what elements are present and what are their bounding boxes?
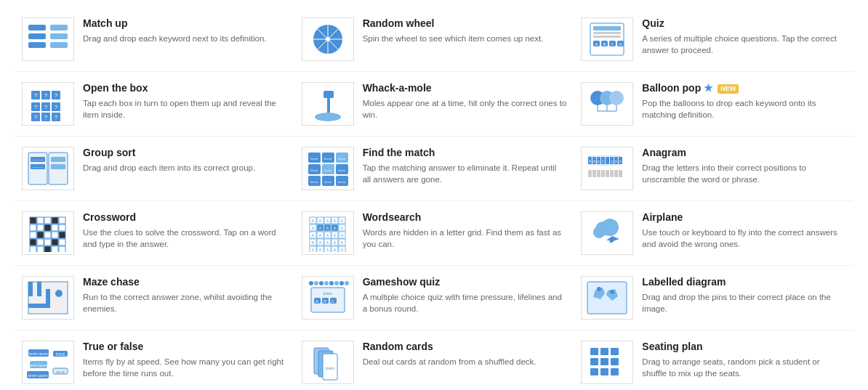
gameshow-quiz-icon: loremABC [302, 276, 354, 320]
svg-rect-189 [37, 282, 41, 296]
svg-rect-116 [52, 224, 58, 231]
svg-rect-93 [606, 157, 609, 164]
activity-item-whack-a-mole[interactable]: Whack-a-moleMoles appear one at a time, … [294, 72, 574, 137]
open-the-box-text: Open the boxTap each box in turn to open… [83, 82, 287, 121]
random-cards-icon: lorem [302, 341, 354, 384]
svg-point-213 [610, 290, 614, 294]
svg-rect-110 [44, 217, 51, 224]
activity-item-crossword[interactable]: CrosswordUse the clues to solve the cros… [15, 201, 294, 266]
random-wheel-title: Random wheel [363, 17, 435, 30]
svg-text:lorem: lorem [338, 157, 346, 161]
svg-rect-119 [37, 232, 44, 238]
svg-text:o: o [615, 159, 617, 163]
svg-rect-235 [600, 368, 608, 375]
svg-rect-131 [52, 246, 58, 252]
activity-item-anagram[interactable]: Amet conAnagramDrag the letters into the… [574, 137, 853, 201]
svg-rect-3 [50, 25, 68, 31]
random-cards-text: Random cardsDeal out cards at random fro… [363, 341, 537, 367]
svg-point-197 [329, 281, 334, 285]
activity-item-wordsearch[interactable]: AAAAAAAAAAAAAAAAAAAAAAAAAWordsearchWords… [294, 201, 574, 266]
activity-item-labelled-diagram[interactable]: Labelled diagramDrag and drop the pins t… [574, 266, 853, 330]
svg-text:lorem: lorem [324, 180, 332, 184]
svg-text:?: ? [44, 114, 48, 121]
activity-item-random-cards[interactable]: loremRandom cardsDeal out cards at rando… [294, 330, 574, 390]
svg-rect-1 [28, 33, 46, 39]
svg-rect-4 [50, 33, 68, 39]
activity-item-gameshow-quiz[interactable]: loremABCGameshow quizA multiple choice q… [294, 266, 574, 330]
svg-text:─────: ───── [32, 158, 43, 162]
svg-text:?: ? [44, 104, 48, 110]
svg-rect-2 [28, 42, 46, 48]
random-wheel-text: Random wheelSpin the wheel to see which … [363, 17, 544, 44]
svg-rect-229 [600, 348, 608, 355]
svg-text:?: ? [55, 104, 58, 110]
svg-rect-125 [44, 239, 51, 245]
svg-point-200 [345, 281, 349, 285]
svg-text:lorem: lorem [338, 180, 346, 184]
activity-item-quiz[interactable]: ABCDQuizA series of multiple choice ques… [574, 7, 853, 72]
seating-plan-title: Seating plan [642, 341, 702, 353]
svg-text:?: ? [34, 92, 38, 99]
svg-rect-48 [324, 91, 334, 98]
svg-text:lorem: lorem [324, 157, 332, 161]
crossword-title: Crossword [83, 211, 136, 224]
activity-item-maze-chase[interactable]: Maze chaseRun to the correct answer zone… [15, 266, 294, 330]
svg-rect-64 [51, 157, 65, 162]
anagram-icon: Amet con [581, 147, 633, 190]
svg-rect-126 [52, 239, 58, 245]
activity-item-group-sort[interactable]: ──────────Group sortDrag and drop each i… [15, 137, 294, 201]
seating-plan-icon [581, 341, 633, 384]
svg-rect-20 [593, 32, 621, 34]
svg-rect-105 [610, 170, 614, 177]
svg-text:lorem ipsum: lorem ipsum [28, 373, 47, 378]
activity-item-open-the-box[interactable]: ?????????Open the boxTap each box in tur… [15, 72, 294, 137]
match-up-title: Match up [83, 17, 127, 30]
quiz-text: QuizA series of multiple choice question… [642, 17, 846, 56]
match-up-text: Match upDrag and drop each keyword next … [83, 17, 267, 44]
star-icon: ★ [704, 82, 713, 94]
open-the-box-title: Open the box [83, 82, 148, 94]
svg-text:lorem ipsum: lorem ipsum [28, 363, 48, 367]
find-the-match-icon: loremloremloremloremloremloremloremlorem… [302, 147, 354, 190]
svg-rect-191 [28, 304, 50, 308]
svg-point-185 [593, 227, 605, 238]
anagram-title: Anagram [642, 147, 686, 159]
svg-rect-209 [587, 282, 627, 314]
svg-rect-234 [590, 368, 598, 375]
svg-point-199 [339, 281, 344, 285]
svg-rect-132 [59, 246, 65, 252]
svg-point-198 [334, 281, 339, 285]
svg-text:?: ? [44, 92, 48, 99]
svg-text:?: ? [55, 92, 58, 99]
activity-item-true-or-false[interactable]: lorem ipsumlorem ipsumlorem ipsumTRUEFAL… [15, 330, 294, 390]
svg-text:?: ? [34, 114, 38, 121]
svg-rect-232 [600, 358, 608, 365]
seating-plan-text: Seating planDrag to arrange seats, rando… [642, 341, 846, 379]
match-up-icon [22, 17, 74, 61]
svg-text:n: n [619, 159, 622, 163]
gameshow-quiz-description: A multiple choice quiz with time pressur… [363, 291, 567, 314]
svg-rect-188 [28, 282, 33, 296]
anagram-text: AnagramDrag the letters into their corre… [642, 147, 846, 185]
activities-grid: Match upDrag and drop each keyword next … [15, 7, 853, 390]
true-or-false-text: True or falseItems fly by at speed. See … [83, 341, 287, 379]
true-or-false-description: Items fly by at speed. See how many you … [83, 356, 287, 379]
maze-chase-description: Run to the correct answer zone, whilst a… [83, 291, 287, 314]
svg-point-55 [609, 91, 624, 105]
svg-rect-130 [44, 246, 51, 252]
whack-a-mole-text: Whack-a-moleMoles appear one at a time, … [363, 82, 567, 121]
balloon-pop-description: Pop the balloons to drop each keyword on… [642, 97, 846, 121]
gameshow-quiz-title: Gameshow quiz [363, 276, 441, 288]
activity-item-airplane[interactable]: AirplaneUse touch or keyboard to fly int… [574, 201, 853, 266]
group-sort-title: Group sort [83, 147, 135, 159]
svg-rect-123 [30, 239, 36, 245]
crossword-text: CrosswordUse the clues to solve the cros… [83, 211, 287, 250]
activity-item-match-up[interactable]: Match upDrag and drop each keyword next … [15, 7, 294, 72]
wordsearch-description: Words are hidden in a letter grid. Find … [363, 227, 567, 250]
svg-point-194 [314, 281, 318, 285]
activity-item-find-the-match[interactable]: loremloremloremloremloremloremloremlorem… [294, 137, 574, 201]
activity-item-balloon-pop[interactable]: Balloon pop★NEWPop the balloons to drop … [574, 72, 853, 137]
svg-text:C: C [611, 42, 615, 46]
activity-item-seating-plan[interactable]: Seating planDrag to arrange seats, rando… [574, 330, 853, 390]
activity-item-random-wheel[interactable]: Random wheelSpin the wheel to see which … [294, 7, 574, 72]
